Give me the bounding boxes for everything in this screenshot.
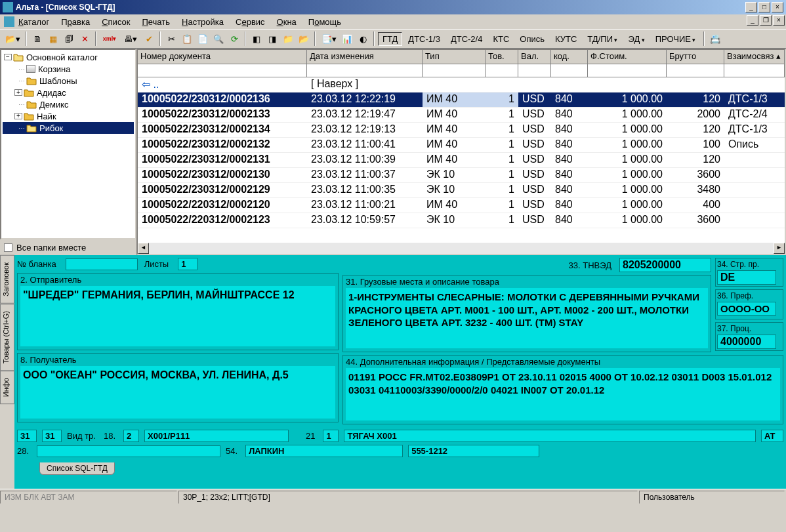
table-row[interactable]: 10005022/230312/000213223.03.12 11:00:41… — [138, 138, 785, 153]
mdi-minimize-button[interactable]: _ — [747, 15, 758, 26]
folder1-icon[interactable]: 📁 — [281, 31, 295, 46]
col-header[interactable]: Брутто — [667, 50, 724, 64]
tnved-field[interactable]: 8205200000 — [619, 258, 711, 272]
table-row[interactable]: 10005022/230312/000213023.03.12 11:00:37… — [138, 168, 785, 183]
copy-doc-icon[interactable]: 🗐 — [62, 31, 76, 46]
col-header[interactable]: Ф.Стоим. — [588, 50, 667, 64]
tree-item-label[interactable]: Корзина — [38, 64, 71, 74]
col-header[interactable]: Взаимосвяз ▴ — [724, 50, 785, 64]
grid-filter-row[interactable] — [138, 64, 785, 77]
tab-kuts[interactable]: КУТС — [550, 32, 581, 46]
menu-settings[interactable]: Настройка — [182, 17, 224, 27]
bottom-tab[interactable]: Список SQL-ГТД — [39, 462, 115, 475]
close-button[interactable]: × — [772, 2, 783, 12]
tab-ed[interactable]: ЭД — [624, 32, 650, 46]
vtab-info[interactable]: Инфо — [0, 371, 14, 404]
horizontal-scrollbar[interactable]: ◄ ► — [138, 243, 785, 254]
tool5-icon[interactable]: ◐ — [356, 31, 370, 46]
expand-icon[interactable]: + — [14, 89, 22, 96]
col-header[interactable]: код. — [551, 50, 588, 64]
table-row[interactable]: 10005022/230312/000213423.03.12 12:19:13… — [138, 123, 785, 138]
checkbox-icon[interactable] — [4, 243, 12, 252]
tab-inventory[interactable]: Опись — [515, 32, 549, 46]
menu-help[interactable]: Помощь — [308, 17, 341, 27]
sender-field[interactable]: "ШРЕДЕР" ГЕРМАНИЯ, БЕРЛИН, МАЙНШТРАССЕ 1… — [20, 286, 335, 346]
container-field[interactable]: X001/P111 — [144, 430, 289, 442]
paste-icon[interactable]: 📄 — [196, 31, 210, 46]
col-header[interactable]: Дата изменения — [307, 50, 423, 64]
mdi-close-button[interactable]: × — [773, 15, 785, 26]
minimize-button[interactable]: _ — [745, 2, 757, 12]
search-icon[interactable]: 🔍 — [211, 31, 226, 46]
table-row[interactable]: 10005022/230312/000213623.03.12 12:22:19… — [138, 92, 785, 108]
col-header[interactable]: Тип — [423, 50, 486, 64]
receiver-field[interactable]: ООО "ОКЕАН" РОССИЯ, МОСКВА, УЛ. ЛЕНИНА, … — [20, 366, 335, 419]
tab-dts13[interactable]: ДТС-1/3 — [403, 32, 445, 46]
table-row[interactable]: 10005022/220312/000212323.03.12 10:59:57… — [138, 213, 785, 228]
country-field[interactable]: DE — [717, 270, 776, 285]
f28-field[interactable] — [37, 445, 220, 457]
phone-field[interactable]: 555-1212 — [408, 445, 539, 457]
tree-item-label[interactable]: Найк — [37, 112, 56, 121]
table-row[interactable]: 10005022/230312/000213323.03.12 12:19:47… — [138, 108, 785, 123]
last-tool-icon[interactable]: 📇 — [708, 31, 722, 46]
tree-item-label[interactable]: Шаблоны — [39, 76, 77, 86]
folder2-icon[interactable]: 📂 — [297, 31, 311, 46]
all-folders-checkbox[interactable]: Все папки вместе — [0, 239, 136, 255]
scroll-right-icon[interactable]: ► — [774, 243, 785, 254]
xml-icon[interactable]: xml▾ — [100, 31, 119, 46]
tool3-icon[interactable]: 📑▾ — [319, 31, 339, 46]
copy-icon[interactable]: 📋 — [180, 31, 194, 46]
tree-item-label[interactable]: Рибок — [39, 123, 63, 133]
maximize-button[interactable]: □ — [758, 2, 770, 12]
refresh-icon[interactable]: ⟳ — [227, 31, 241, 46]
mdi-restore-button[interactable]: ❐ — [760, 15, 772, 26]
field-31a[interactable]: 31 — [17, 430, 37, 442]
menu-service[interactable]: Сервис — [236, 17, 265, 27]
catalog-tree[interactable]: − Основной каталог ⋯ Корзина ⋯ Шаблоны + — [0, 49, 136, 239]
field-31b[interactable]: 31 — [42, 430, 62, 442]
f18-field[interactable]: 2 — [123, 430, 139, 442]
tab-dts24[interactable]: ДТС-2/4 — [446, 32, 487, 46]
open-icon[interactable]: 📂▾ — [3, 31, 22, 46]
table-row[interactable]: 10005022/230312/000213123.03.12 11:00:39… — [138, 153, 785, 168]
col-header[interactable]: Номер документа — [138, 50, 307, 64]
expand-icon[interactable]: − — [4, 54, 12, 60]
up-arrow-icon[interactable]: ⇦ .. — [138, 77, 307, 92]
new-doc-icon[interactable]: 🗎 — [30, 31, 45, 46]
tool4-icon[interactable]: 📊 — [340, 31, 354, 46]
delete-icon[interactable]: ✕ — [77, 31, 92, 46]
expand-icon[interactable]: + — [14, 113, 22, 119]
menu-windows[interactable]: Окна — [277, 17, 297, 27]
menu-list[interactable]: Список — [102, 17, 130, 27]
grid-icon[interactable]: ▦ — [46, 31, 60, 46]
tab-kts[interactable]: КТС — [488, 32, 514, 46]
sheets-field[interactable]: 1 — [178, 258, 197, 270]
tool1-icon[interactable]: ◧ — [249, 31, 264, 46]
tree-item-label[interactable]: Демикс — [39, 100, 69, 110]
menu-catalog[interactable]: Каталог — [18, 17, 49, 27]
proc-field[interactable]: 4000000 — [717, 335, 776, 349]
f54-field[interactable]: ЛАПКИН — [245, 445, 403, 457]
scroll-left-icon[interactable]: ◄ — [138, 243, 149, 254]
docs-field[interactable]: 01191 РОСС FR.МТ02.Е03809Р1 ОТ 23.10.11 … — [346, 368, 780, 420]
col-header[interactable]: Вал. — [518, 50, 551, 64]
tool2-icon[interactable]: ◨ — [265, 31, 279, 46]
tab-gtd[interactable]: ГТД — [378, 32, 402, 46]
up-label[interactable]: [ Наверх ] — [307, 77, 423, 92]
check-icon[interactable]: ✔ — [142, 31, 156, 46]
pref-field[interactable]: ОООО-ОО — [717, 302, 776, 316]
table-row[interactable]: 10005022/230312/000212923.03.12 11:00:35… — [138, 183, 785, 198]
print-icon[interactable]: 🖶▾ — [121, 31, 140, 46]
blank-field[interactable] — [66, 258, 138, 270]
col-header[interactable]: Тов. — [486, 50, 518, 64]
vtab-header[interactable]: Заголовок — [0, 255, 14, 304]
tab-other[interactable]: ПРОЧИЕ — [651, 32, 701, 46]
menu-edit[interactable]: Правка — [61, 17, 90, 27]
menu-print[interactable]: Печать — [142, 17, 170, 27]
vtab-goods[interactable]: Товары (Ctrl+G) — [0, 304, 14, 371]
f21-field[interactable]: 1 — [323, 430, 339, 442]
tree-item-label[interactable]: Адидас — [37, 88, 66, 98]
document-grid[interactable]: Номер документа Дата изменения Тип Тов. … — [136, 49, 786, 255]
table-row[interactable]: 10005022/220312/000212023.03.12 11:00:21… — [138, 198, 785, 213]
